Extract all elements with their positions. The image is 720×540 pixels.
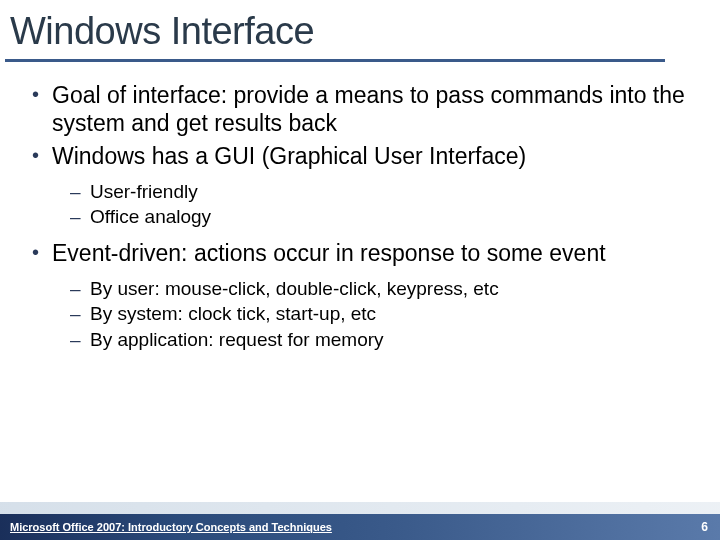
bullet-list: Goal of interface: provide a means to pa… <box>30 82 690 353</box>
sub-bullet-list: User-friendly Office analogy <box>70 179 690 230</box>
sub-bullet-list: By user: mouse-click, double-click, keyp… <box>70 276 690 353</box>
sub-bullet-item: By user: mouse-click, double-click, keyp… <box>70 276 690 302</box>
sub-bullet-text: By system: clock tick, start-up, etc <box>90 303 376 324</box>
sub-bullet-text: Office analogy <box>90 206 211 227</box>
sub-bullet-item: Office analogy <box>70 204 690 230</box>
slide: Windows Interface Goal of interface: pro… <box>0 0 720 540</box>
slide-content: Goal of interface: provide a means to pa… <box>0 62 720 540</box>
sub-bullet-text: User-friendly <box>90 181 198 202</box>
footer-text: Microsoft Office 2007: Introductory Conc… <box>10 521 332 533</box>
bullet-text: Event-driven: actions occur in response … <box>52 240 606 266</box>
sub-bullet-item: By application: request for memory <box>70 327 690 353</box>
sub-bullet-text: By user: mouse-click, double-click, keyp… <box>90 278 499 299</box>
slide-title: Windows Interface <box>0 0 720 59</box>
bullet-item: Goal of interface: provide a means to pa… <box>30 82 690 137</box>
sub-bullet-item: By system: clock tick, start-up, etc <box>70 301 690 327</box>
footer-bar: Microsoft Office 2007: Introductory Conc… <box>0 514 720 540</box>
page-number: 6 <box>701 520 708 534</box>
bullet-item: Event-driven: actions occur in response … <box>30 240 690 353</box>
bullet-item: Windows has a GUI (Graphical User Interf… <box>30 143 690 230</box>
bullet-text: Windows has a GUI (Graphical User Interf… <box>52 143 526 169</box>
sub-bullet-text: By application: request for memory <box>90 329 384 350</box>
sub-bullet-item: User-friendly <box>70 179 690 205</box>
bullet-text: Goal of interface: provide a means to pa… <box>52 82 685 136</box>
